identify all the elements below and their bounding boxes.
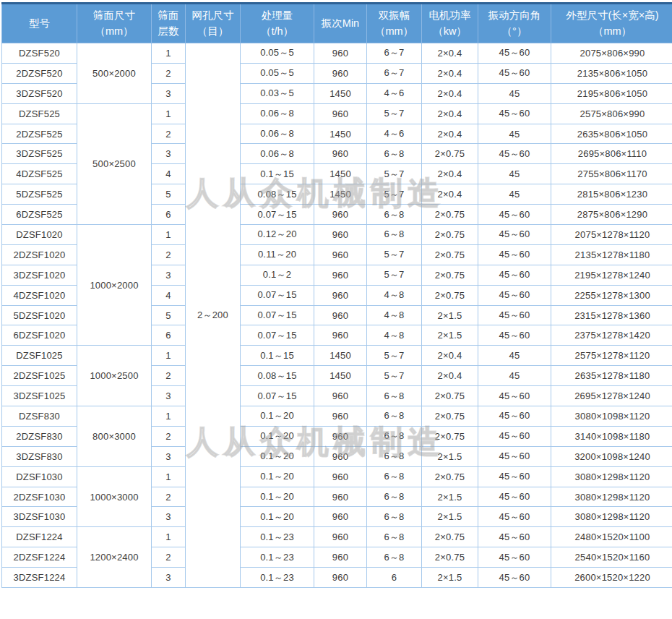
column-header-mesh-size: 网孔尺寸 （目）: [186, 4, 241, 43]
power-cell: 2×0.75: [422, 527, 478, 547]
frequency-cell: 1450: [314, 164, 367, 184]
power-cell: 2×0.75: [422, 547, 478, 568]
table-row: DZSF830800×300010.1～209606～82×0.7545～603…: [2, 406, 672, 427]
dimensions-cell: 2480×1520×1100: [551, 527, 672, 547]
frequency-cell: 960: [314, 244, 367, 265]
amplitude-cell: 5～7: [367, 184, 422, 205]
frequency-cell: 960: [314, 406, 367, 427]
angle-cell: 45～60: [478, 507, 551, 527]
dimensions-cell: 2635×1278×1180: [551, 366, 672, 386]
frequency-cell: 960: [314, 265, 367, 285]
power-cell: 2×0.4: [422, 103, 478, 124]
model-cell: DZSF1224: [2, 527, 77, 547]
angle-cell: 45～60: [478, 386, 551, 406]
power-cell: 2×0.4: [422, 124, 478, 144]
amplitude-cell: 4～8: [367, 285, 422, 305]
amplitude-cell: 6: [367, 568, 422, 588]
dimensions-cell: 2255×1278×1300: [551, 285, 672, 305]
angle-cell: 45～60: [478, 205, 551, 225]
angle-cell: 45: [478, 124, 551, 144]
frequency-cell: 960: [314, 426, 367, 446]
screen-size-cell: 500×2500: [77, 103, 152, 224]
layers-cell: 2: [152, 366, 186, 386]
angle-cell: 45～60: [478, 285, 551, 305]
capacity-cell: 0.03～5: [241, 83, 314, 103]
column-header-dimensions: 外型尺寸(长×宽×高) （mm）: [551, 4, 672, 43]
column-header-power: 电机功率 （kw）: [422, 4, 478, 43]
layers-cell: 3: [152, 386, 186, 406]
power-cell: 2×0.75: [422, 426, 478, 446]
header-row: 型号 筛面尺寸 （mm） 筛面 层数 网孔尺寸 （目） 处理量 （t/h） 振次…: [2, 4, 672, 43]
amplitude-cell: 6～8: [367, 547, 422, 568]
column-header-amplitude: 双振幅 （mm）: [367, 4, 422, 43]
column-header-screen-size: 筛面尺寸 （mm）: [77, 4, 152, 43]
model-cell: 2DZSF525: [2, 124, 77, 144]
angle-cell: 45～60: [478, 487, 551, 507]
model-cell: 6DZSF525: [2, 205, 77, 225]
amplitude-cell: 5～7: [367, 366, 422, 386]
capacity-cell: 0.1～23: [241, 527, 314, 547]
layers-cell: 1: [152, 466, 186, 487]
capacity-cell: 0.07～15: [241, 285, 314, 305]
screen-size-cell: 1200×2400: [77, 527, 152, 588]
angle-cell: 45～60: [478, 225, 551, 245]
frequency-cell: 960: [314, 205, 367, 225]
screen-size-cell: 500×2000: [77, 43, 152, 104]
model-cell: 3DZSF525: [2, 144, 77, 164]
amplitude-cell: 5～7: [367, 265, 422, 285]
amplitude-cell: 6～8: [367, 225, 422, 245]
layers-cell: 4: [152, 164, 186, 184]
layers-cell: 2: [152, 487, 186, 507]
amplitude-cell: 4～8: [367, 325, 422, 346]
angle-cell: 45～60: [478, 527, 551, 547]
power-cell: 2×0.4: [422, 63, 478, 83]
model-cell: 3DZSF1025: [2, 386, 77, 406]
model-cell: 3DZSF830: [2, 446, 77, 466]
dimensions-cell: 2375×1278×1420: [551, 325, 672, 346]
dimensions-cell: 2135×1278×1180: [551, 244, 672, 265]
amplitude-cell: 5～7: [367, 346, 422, 366]
power-cell: 2×1.5: [422, 446, 478, 466]
power-cell: 2×0.4: [422, 184, 478, 205]
angle-cell: 45～60: [478, 43, 551, 64]
column-header-model: 型号: [2, 4, 77, 43]
amplitude-cell: 6～7: [367, 63, 422, 83]
model-cell: 2DZSF520: [2, 63, 77, 83]
model-cell: DZSF1020: [2, 225, 77, 245]
frequency-cell: 1450: [314, 346, 367, 366]
dimensions-cell: 3080×1298×1120: [551, 507, 672, 527]
power-cell: 2×0.75: [422, 386, 478, 406]
power-cell: 2×0.75: [422, 144, 478, 164]
dimensions-cell: 2695×806×1110: [551, 144, 672, 164]
layers-cell: 2: [152, 244, 186, 265]
frequency-cell: 960: [314, 568, 367, 588]
frequency-cell: 1450: [314, 83, 367, 103]
frequency-cell: 960: [314, 386, 367, 406]
model-cell: DZSF525: [2, 103, 77, 124]
screen-size-cell: 1000×2000: [77, 225, 152, 346]
power-cell: 2×0.4: [422, 346, 478, 366]
model-cell: 4DZSF1020: [2, 285, 77, 305]
angle-cell: 45～60: [478, 103, 551, 124]
capacity-cell: 0.1～20: [241, 446, 314, 466]
table-row: DZSF520500×200012～2000.05～59606～72×0.445…: [2, 43, 672, 64]
capacity-cell: 0.07～15: [241, 305, 314, 325]
dimensions-cell: 2075×806×990: [551, 43, 672, 64]
capacity-cell: 0.07～15: [241, 205, 314, 225]
layers-cell: 2: [152, 63, 186, 83]
capacity-cell: 0.08～15: [241, 184, 314, 205]
angle-cell: 45～60: [478, 265, 551, 285]
dimensions-cell: 3080×1298×1120: [551, 487, 672, 507]
capacity-cell: 0.11～20: [241, 244, 314, 265]
model-cell: 2DZSF1224: [2, 547, 77, 568]
layers-cell: 1: [152, 225, 186, 245]
layers-cell: 6: [152, 325, 186, 346]
layers-cell: 5: [152, 184, 186, 205]
power-cell: 2×0.4: [422, 164, 478, 184]
capacity-cell: 0.1～15: [241, 164, 314, 184]
amplitude-cell: 6～8: [367, 487, 422, 507]
dimensions-cell: 2075×1278×1120: [551, 225, 672, 245]
amplitude-cell: 6～8: [367, 144, 422, 164]
dimensions-cell: 2695×1278×1240: [551, 386, 672, 406]
mesh-size-cell: 2～200: [186, 43, 241, 588]
